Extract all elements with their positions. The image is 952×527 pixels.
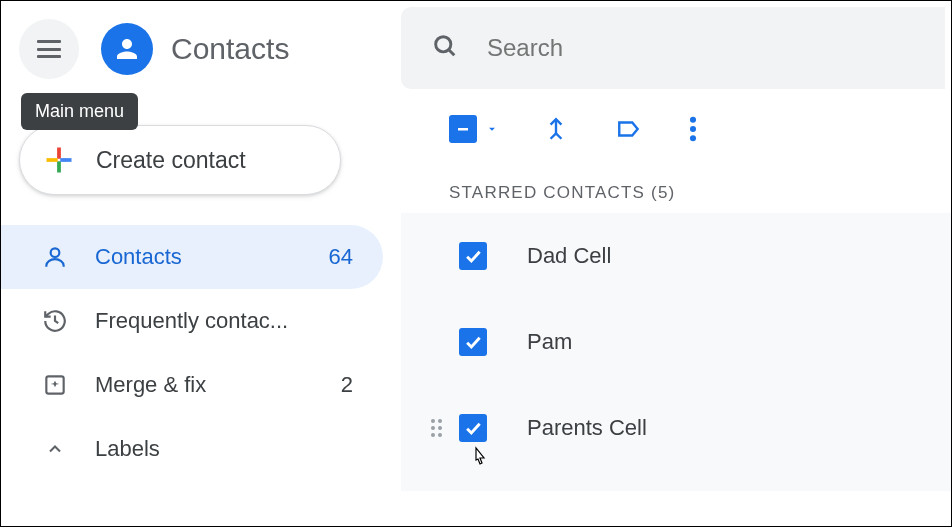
contact-checkbox[interactable] [459, 414, 487, 442]
search-icon [431, 32, 459, 64]
contact-row[interactable]: Parents Cell [401, 385, 951, 471]
contact-checkbox[interactable] [459, 242, 487, 270]
app-header: Contacts [1, 13, 401, 85]
nav-list: Contacts 64 Frequently contac... Merge &… [1, 225, 401, 417]
person-icon [41, 244, 69, 270]
contact-row[interactable]: Dad Cell [401, 213, 951, 299]
contact-list: Dad Cell Pam Parents Cell [401, 213, 951, 491]
contact-name: Parents Cell [527, 415, 647, 441]
create-contact-button[interactable]: Create contact [19, 125, 341, 195]
nav-count: 2 [341, 372, 353, 398]
cursor-pointer-icon [469, 446, 489, 475]
nav-label: Contacts [95, 244, 329, 270]
svg-rect-8 [458, 128, 468, 131]
svg-point-9 [690, 117, 696, 123]
labels-toggle[interactable]: Labels [1, 417, 401, 481]
contact-name: Dad Cell [527, 243, 611, 269]
selection-dropdown[interactable] [449, 115, 499, 143]
plus-icon [44, 145, 74, 175]
svg-point-10 [690, 126, 696, 132]
nav-label: Frequently contac... [95, 308, 353, 334]
svg-line-7 [449, 50, 455, 56]
dropdown-caret-icon [485, 122, 499, 136]
contacts-logo-icon [101, 23, 153, 75]
sidebar: Contacts Main menu Create contact Contac… [1, 1, 401, 526]
svg-rect-2 [47, 158, 58, 162]
search-input[interactable] [487, 34, 915, 62]
svg-rect-1 [57, 161, 61, 172]
main-panel: STARRED CONTACTS (5) Dad Cell Pam [401, 1, 951, 526]
create-contact-label: Create contact [96, 147, 246, 174]
search-bar[interactable] [401, 7, 945, 89]
nav-label: Merge & fix [95, 372, 341, 398]
merge-fix-icon [41, 372, 69, 398]
svg-rect-3 [60, 158, 71, 162]
labels-header-text: Labels [95, 436, 160, 462]
more-actions-button[interactable] [689, 115, 697, 143]
main-menu-tooltip: Main menu [21, 93, 138, 130]
more-vert-icon [689, 115, 697, 143]
svg-point-4 [51, 248, 60, 257]
contact-checkbox[interactable] [459, 328, 487, 356]
sidebar-item-contacts[interactable]: Contacts 64 [1, 225, 383, 289]
starred-section-header: STARRED CONTACTS (5) [401, 169, 951, 213]
svg-point-11 [690, 135, 696, 141]
indeterminate-checkbox-icon [449, 115, 477, 143]
contact-name: Pam [527, 329, 572, 355]
merge-button[interactable] [543, 114, 569, 144]
history-icon [41, 308, 69, 334]
chevron-up-icon [41, 439, 69, 459]
nav-count: 64 [329, 244, 353, 270]
hamburger-icon [37, 40, 61, 58]
contact-row[interactable]: Pam [401, 299, 951, 385]
sidebar-item-frequently-contacted[interactable]: Frequently contac... [1, 289, 383, 353]
merge-icon [543, 114, 569, 144]
svg-rect-0 [57, 148, 61, 159]
app-title: Contacts [171, 32, 289, 66]
main-menu-button[interactable] [19, 19, 79, 79]
selection-toolbar [401, 89, 951, 169]
sidebar-item-merge-fix[interactable]: Merge & fix 2 [1, 353, 383, 417]
svg-point-6 [436, 37, 451, 52]
label-icon [613, 116, 645, 142]
drag-handle-icon[interactable] [431, 419, 449, 437]
label-button[interactable] [613, 116, 645, 142]
